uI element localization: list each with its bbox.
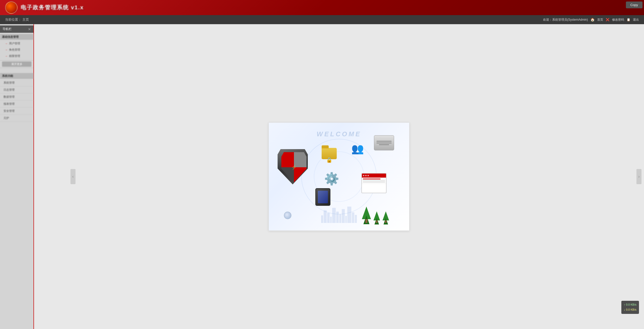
- sidebar-bottom-section: 系统功能 系统管理 日志管理 数据管理 报表管理 安全管理 元护: [0, 73, 33, 122]
- tree-group: [362, 207, 389, 223]
- home-link[interactable]: 首页: [597, 18, 603, 22]
- sidebar-divider-1: [0, 60, 33, 60]
- tree-large: [362, 207, 371, 223]
- nav-separator-2: 📋: [627, 18, 630, 21]
- sidebar-collapse-button[interactable]: ✕: [28, 27, 31, 31]
- tree-trunk-large: [365, 219, 367, 223]
- win-content-line-3: [363, 181, 385, 182]
- sidebar-item-label-3: 权限管理: [9, 54, 20, 58]
- win-dot-3: [367, 175, 369, 176]
- tree-canopy-large: [362, 207, 371, 219]
- tree-trunk-small-1: [376, 220, 377, 223]
- sidebar-bottom-item-5[interactable]: 安全管理: [0, 108, 33, 115]
- window-body: [362, 178, 386, 184]
- hdd-line-3: [379, 144, 389, 145]
- tree-canopy-small-1: [373, 211, 380, 220]
- sidebar-item-3[interactable]: → 权限管理: [0, 53, 33, 59]
- win-content-line-1: [363, 179, 381, 179]
- win-dot-2: [365, 175, 367, 176]
- sidebar-expand-btn[interactable]: 展开更多: [2, 61, 31, 67]
- users-icon: 👥: [351, 143, 376, 155]
- logout-link[interactable]: 退出: [633, 18, 639, 22]
- sidebar-bottom-item-2[interactable]: 日志管理: [0, 86, 33, 93]
- tablet-group: [315, 188, 335, 208]
- globe-small-group: [284, 212, 293, 220]
- network-speed-widget: ↑ 0.0 KB/s ↓ 0.0 KB/s: [621, 301, 639, 314]
- logo-area: 电子政务管理系统 v1.x: [5, 1, 84, 14]
- shield-outer: ⚡: [278, 149, 308, 184]
- arrow-icon-2: →: [5, 48, 8, 51]
- sidebar-bottom-item-3[interactable]: 数据管理: [0, 93, 33, 101]
- copy-button[interactable]: Copy: [626, 2, 642, 8]
- breadcrumb-current: 主页: [22, 18, 29, 21]
- win-content-line-2: [363, 180, 385, 181]
- sidebar-bottom-item-4[interactable]: 报表管理: [0, 101, 33, 108]
- top-header: 电子政务管理系统 v1.x 用户信息: [0, 0, 644, 15]
- breadcrumb: 当前位置： 主页: [5, 17, 29, 22]
- app-title: 电子政务管理系统 v1.x: [21, 4, 84, 11]
- app-window-icon: [361, 173, 387, 193]
- scroll-arrow-right[interactable]: ›: [636, 169, 641, 184]
- window-group: [361, 173, 389, 198]
- city-skyline: [321, 207, 357, 223]
- win-content-line-4: [363, 182, 385, 183]
- shield-inner: ⚡: [281, 152, 307, 182]
- sidebar-item-1[interactable]: → 用户管理: [0, 40, 33, 47]
- main-layout: 导航栏 ✕ 基础信息管理 → 用户管理 → 角色管理 → 权限管理 展开更多 系…: [0, 24, 644, 329]
- nav-separator-1: ❌: [606, 18, 610, 21]
- breadcrumb-prefix: 当前位置：: [5, 18, 21, 21]
- download-speed: ↓ 0.0 KB/s: [624, 307, 636, 312]
- sidebar-bottom-item-6[interactable]: 元护: [0, 115, 33, 122]
- tablet-screen: [318, 191, 328, 203]
- shield-bolt: ⚡: [291, 164, 297, 170]
- change-password-link[interactable]: 修改密码: [612, 18, 624, 22]
- tablet-icon: [315, 188, 330, 206]
- nav-welcome-text: 欢迎：系统管理员(SystemAdmin): [543, 18, 588, 22]
- hdd-line-2: [376, 143, 392, 143]
- arrow-icon-3: →: [5, 55, 8, 57]
- home-icon: 🏠: [590, 18, 595, 22]
- shield-graphic: ⚡: [276, 148, 309, 186]
- window-titlebar: [362, 174, 386, 178]
- tree-canopy-small-2: [383, 211, 389, 220]
- shield-icon: ⚡: [276, 148, 322, 198]
- sidebar-header-label: 导航栏: [3, 27, 12, 31]
- sidebar-item-2[interactable]: → 角色管理: [0, 47, 33, 53]
- logo-globe-icon: [5, 1, 18, 14]
- sidebar-section-title-1: 基础信息管理: [0, 34, 33, 40]
- sidebar: 导航栏 ✕ 基础信息管理 → 用户管理 → 角色管理 → 权限管理 展开更多 系…: [0, 24, 34, 329]
- tree-trunk-small-2: [385, 220, 387, 223]
- upload-speed: ↑ 0.0 KB/s: [624, 302, 636, 307]
- sidebar-header: 导航栏 ✕: [0, 25, 33, 33]
- hdd-icon: [374, 135, 394, 150]
- win-dot-1: [363, 175, 364, 176]
- nav-right-actions: 欢迎：系统管理员(SystemAdmin) 🏠 首页 ❌ 修改密码 📋 退出: [543, 18, 639, 22]
- folder-icon: 🔒: [322, 148, 337, 159]
- sidebar-divider-2: [0, 68, 33, 68]
- globe-small-icon: [284, 212, 291, 219]
- hdd-group: [374, 135, 397, 155]
- users-group: 👥: [351, 143, 376, 168]
- welcome-panel: WELCOME: [269, 122, 409, 231]
- sidebar-item-label-1: 用户管理: [9, 42, 20, 45]
- gear-group: ⚙️: [324, 172, 342, 189]
- hdd-line-1: [376, 141, 392, 142]
- sidebar-section-title-2: 系统功能: [0, 73, 33, 79]
- tree-small-2: [383, 211, 389, 223]
- tree-small-1: [373, 211, 380, 223]
- arrow-icon-1: →: [5, 42, 8, 45]
- welcome-text: WELCOME: [317, 130, 361, 138]
- gear-icon: ⚙️: [324, 172, 342, 186]
- sidebar-item-label-2: 角色管理: [9, 48, 20, 52]
- scroll-arrow-left[interactable]: ‹: [70, 169, 75, 184]
- main-content: ‹ WELCOME: [34, 24, 644, 329]
- sidebar-bottom-item-1[interactable]: 系统管理: [0, 79, 33, 86]
- nav-bar: 当前位置： 主页 欢迎：系统管理员(SystemAdmin) 🏠 首页 ❌ 修改…: [0, 15, 644, 24]
- lock-icon: 🔒: [326, 157, 332, 163]
